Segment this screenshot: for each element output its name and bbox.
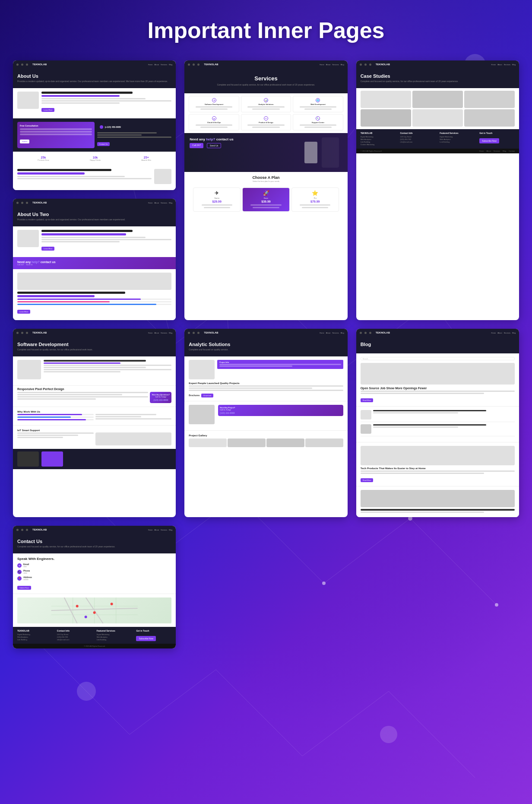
card-about-us-title: About Us [17,73,171,79]
analytic-desc: Complete and focused on quality service. [189,348,343,351]
card-case-studies[interactable]: TEKNOLAB Home About Services Blog Case S… [356,60,519,320]
card-software-dev[interactable]: TEKNOLAB Home About Services Blog Softwa… [13,329,176,517]
svg-line-20 [302,691,389,756]
svg-point-59 [85,616,87,618]
contact-title: Contact Us [17,539,171,544]
card-services[interactable]: TEKNOLAB Home About Services Blog Servic… [184,60,347,320]
mini-navbar-software: TEKNOLAB Home About Services Blog [13,329,176,337]
blog-title: Blog [361,342,515,347]
services-title: Services [189,75,343,82]
card-analytic[interactable]: TEKNOLAB Home About Services Blog Analyt… [184,329,347,517]
svg-line-19 [216,670,302,756]
service-item: ☁ Cloud & DevOps [189,114,239,130]
service-item: ⚙ Software Development [189,96,239,112]
service-item: 📊 Analytic Solutions [241,96,291,112]
svg-point-57 [93,611,96,614]
svg-point-47 [380,726,397,743]
case-studies-title: Case Studies [361,73,515,79]
svg-point-58 [111,603,113,605]
mini-navbar-contact: TEKNOLAB Home About Services Blog [13,526,176,534]
card-about-us-desc: Provides a modern updated, up-to-date an… [17,80,171,83]
card-contact[interactable]: TEKNOLAB Home About Services Blog Contac… [13,526,176,648]
software-desc: Complete and focused on quality service,… [17,348,171,351]
card-about2-title: About Us Two [17,212,171,217]
services-desc: Complete and focused on quality service,… [189,83,343,86]
svg-point-46 [77,682,96,701]
mini-navbar: TEKNOLAB Home About Services Blog [13,60,176,68]
mini-navbar-blog: TEKNOLAB Home About Services Blog [356,329,519,337]
svg-line-21 [389,691,475,778]
svg-point-56 [76,605,79,607]
contact-desc: Complete and focused on quality service,… [17,545,171,548]
svg-line-18 [130,670,216,734]
mini-navbar-services: TEKNOLAB Home About Services Blog [184,60,347,68]
service-item: ✏ Product & Design [241,114,291,130]
card-about-us-two[interactable]: TEKNOLAB Home About Services Blog About … [13,199,176,320]
case-studies-desc: Complete and focused on quality service,… [361,80,515,83]
software-title: Software Development [17,342,171,347]
mini-navbar-2: TEKNOLAB Home About Services Blog [13,199,176,207]
pages-grid: TEKNOLAB Home About Services Blog About … [0,56,532,666]
mini-navbar-analytic: TEKNOLAB Home About Services Blog [184,329,347,337]
service-item: 🌐 Web Development [293,96,343,112]
card-about2-desc: Provides a modern updated, up-to-date an… [17,218,171,221]
page-title: Important Inner Pages [0,0,532,56]
card-blog[interactable]: TEKNOLAB Home About Services Blog Blog S… [356,329,519,517]
mini-logo: TEKNOLAB [32,63,47,66]
card-about-us[interactable]: TEKNOLAB Home About Services Blog About … [13,60,176,190]
service-item: 🔧 Support Center [293,114,343,130]
analytic-title: Analytic Solutions [189,342,343,347]
mini-navbar-cases: TEKNOLAB Home About Services Blog [356,60,519,68]
